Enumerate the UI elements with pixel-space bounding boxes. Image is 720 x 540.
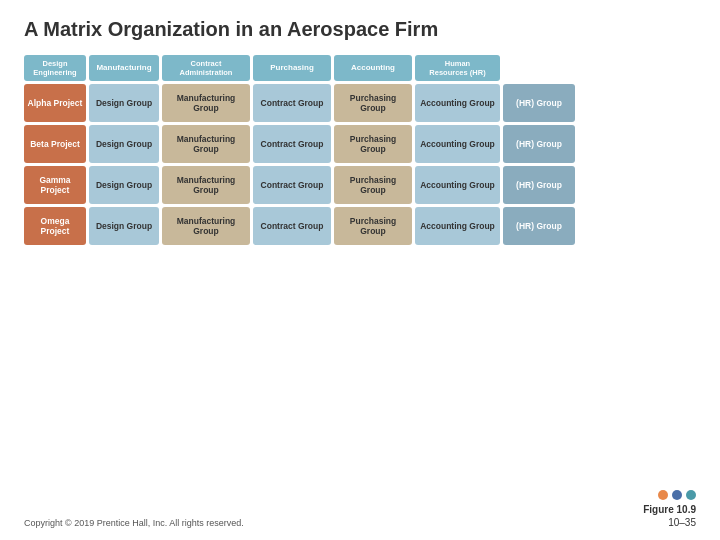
hdr-contract-admin: ContractAdministration: [162, 55, 250, 81]
cell-mfg-row2: Manufacturing Group: [162, 166, 250, 204]
cell-accounting-row3: Accounting Group: [415, 207, 500, 245]
cell-purchasing-row3: Purchasing Group: [334, 207, 412, 245]
footer: Copyright © 2019 Prentice Hall, Inc. All…: [24, 486, 696, 528]
dot-blue: [672, 490, 682, 500]
page: A Matrix Organization in an Aerospace Fi…: [0, 0, 720, 540]
dots: [658, 490, 696, 500]
cell-contract-row3: Contract Group: [253, 207, 331, 245]
cell-mfg-row1: Manufacturing Group: [162, 125, 250, 163]
cell-contract-row0: Contract Group: [253, 84, 331, 122]
cell-contract-row2: Contract Group: [253, 166, 331, 204]
data-rows: Alpha ProjectDesign GroupManufacturing G…: [24, 84, 696, 245]
cell-design-row0: Design Group: [89, 84, 159, 122]
copyright: Copyright © 2019 Prentice Hall, Inc. All…: [24, 518, 244, 528]
dot-teal: [686, 490, 696, 500]
cell-accounting-row0: Accounting Group: [415, 84, 500, 122]
cell-project-row2: Gamma Project: [24, 166, 86, 204]
cell-project-row1: Beta Project: [24, 125, 86, 163]
header-row: DesignEngineering Manufacturing Contract…: [24, 55, 696, 81]
cell-hr-row0: (HR) Group: [503, 84, 575, 122]
table-row: Gamma ProjectDesign GroupManufacturing G…: [24, 166, 696, 204]
cell-accounting-row2: Accounting Group: [415, 166, 500, 204]
dot-orange: [658, 490, 668, 500]
cell-accounting-row1: Accounting Group: [415, 125, 500, 163]
footer-right: Figure 10.9 10–35: [643, 490, 696, 528]
cell-design-row2: Design Group: [89, 166, 159, 204]
table-row: Alpha ProjectDesign GroupManufacturing G…: [24, 84, 696, 122]
cell-purchasing-row1: Purchasing Group: [334, 125, 412, 163]
cell-purchasing-row0: Purchasing Group: [334, 84, 412, 122]
hdr-purchasing: Purchasing: [253, 55, 331, 81]
cell-purchasing-row2: Purchasing Group: [334, 166, 412, 204]
cell-design-row3: Design Group: [89, 207, 159, 245]
cell-project-row3: Omega Project: [24, 207, 86, 245]
hdr-design-eng: DesignEngineering: [24, 55, 86, 81]
cell-hr-row1: (HR) Group: [503, 125, 575, 163]
figure-label: Figure 10.9: [643, 504, 696, 515]
page-title: A Matrix Organization in an Aerospace Fi…: [24, 18, 696, 41]
table-row: Omega ProjectDesign GroupManufacturing G…: [24, 207, 696, 245]
cell-contract-row1: Contract Group: [253, 125, 331, 163]
matrix-container: DesignEngineering Manufacturing Contract…: [24, 55, 696, 476]
cell-hr-row3: (HR) Group: [503, 207, 575, 245]
cell-project-row0: Alpha Project: [24, 84, 86, 122]
cell-mfg-row3: Manufacturing Group: [162, 207, 250, 245]
hdr-manufacturing: Manufacturing: [89, 55, 159, 81]
cell-hr-row2: (HR) Group: [503, 166, 575, 204]
cell-design-row1: Design Group: [89, 125, 159, 163]
cell-mfg-row0: Manufacturing Group: [162, 84, 250, 122]
hdr-hr: HumanResources (HR): [415, 55, 500, 81]
page-number: 10–35: [668, 517, 696, 528]
hdr-empty: [503, 55, 575, 81]
hdr-accounting: Accounting: [334, 55, 412, 81]
table-row: Beta ProjectDesign GroupManufacturing Gr…: [24, 125, 696, 163]
